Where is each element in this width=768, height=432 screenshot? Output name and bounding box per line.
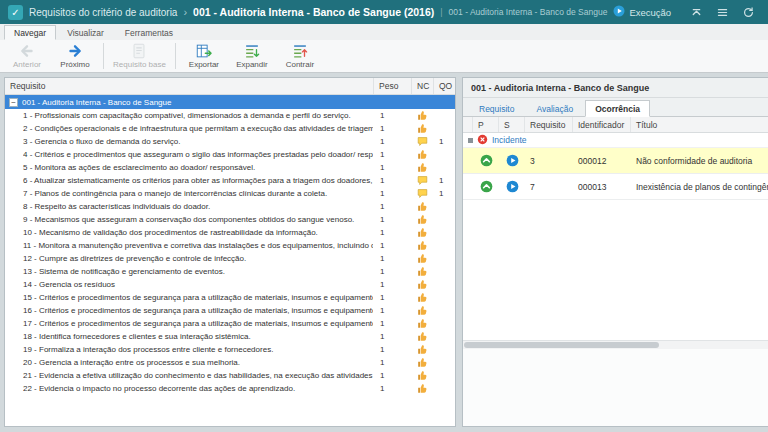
- exportar-button[interactable]: Exportar: [181, 41, 227, 71]
- contrair-button[interactable]: Contrair: [277, 41, 323, 71]
- tree-row[interactable]: 12 - Cumpre as diretrizes de prevenção e…: [5, 252, 455, 265]
- thumbs-up-icon[interactable]: [411, 383, 433, 394]
- thumbs-up-icon[interactable]: [411, 214, 433, 225]
- thumbs-up-icon[interactable]: [411, 305, 433, 316]
- tree-row[interactable]: 20 - Gerencia a interação entre os proce…: [5, 356, 455, 369]
- collapse-expander-icon[interactable]: −: [9, 98, 18, 107]
- comment-icon[interactable]: [411, 136, 433, 147]
- column-header-peso[interactable]: Peso: [373, 78, 411, 94]
- detail-panel: 001 - Auditoria Interna - Banco de Sangu…: [462, 77, 768, 427]
- play-icon[interactable]: [499, 180, 525, 193]
- ribbon-tab-visualizar[interactable]: Visualizar: [57, 25, 114, 40]
- button-label: Expandir: [236, 60, 268, 69]
- comment-icon[interactable]: [411, 188, 433, 199]
- tree-row[interactable]: 17 - Critérios e procedimentos de segura…: [5, 317, 455, 330]
- tree-row[interactable]: 4 - Critérios e procedimentos que assegu…: [5, 148, 455, 161]
- proximo-button[interactable]: Próximo: [52, 41, 98, 71]
- tree-row[interactable]: 1 - Profissionais com capacitação compat…: [5, 109, 455, 122]
- requirement-label: 3 - Gerencia o fluxo de demanda do servi…: [23, 137, 373, 146]
- collapse-header-icon[interactable]: [689, 5, 704, 20]
- tree-row[interactable]: 11 - Monitora a manutenção preventiva e …: [5, 239, 455, 252]
- occurrence-identificador: 000013: [573, 182, 631, 192]
- tree-row[interactable]: 2 - Condições operacionais e de infraest…: [5, 122, 455, 135]
- detail-tab-row: RequisitoAvaliaçãoOcorrência: [463, 98, 768, 117]
- tree-row[interactable]: 10 - Mecanismo de validação dos procedim…: [5, 226, 455, 239]
- tree-row[interactable]: 18 - Identifica fornecedores e clientes …: [5, 330, 455, 343]
- thumbs-up-icon[interactable]: [411, 201, 433, 212]
- status-up-icon[interactable]: [473, 180, 499, 193]
- button-label: Anterior: [13, 60, 41, 69]
- occurrence-row[interactable]: 7000013Inexistência de planos de conting…: [463, 174, 768, 200]
- thumbs-up-icon[interactable]: [411, 318, 433, 329]
- peso-value: 1: [373, 111, 411, 120]
- column-header-requisito[interactable]: Requisito: [525, 117, 573, 132]
- ribbon-tab-ferramentas[interactable]: Ferramentas: [115, 25, 183, 40]
- thumbs-up-icon[interactable]: [411, 240, 433, 251]
- thumbs-up-icon[interactable]: [411, 162, 433, 173]
- thumbs-up-icon[interactable]: [411, 357, 433, 368]
- play-icon[interactable]: [499, 154, 525, 167]
- thumbs-up-icon[interactable]: [411, 331, 433, 342]
- requirement-label: 14 - Gerencia os resíduos: [23, 280, 373, 289]
- thumbs-up-icon[interactable]: [411, 266, 433, 277]
- thumbs-up-icon[interactable]: [411, 344, 433, 355]
- tree-row[interactable]: 19 - Formaliza a interação dos processos…: [5, 343, 455, 356]
- page-title: 001 - Auditoria Interna - Banco de Sangu…: [193, 6, 434, 18]
- tree-row[interactable]: 16 - Critérios e procedimentos de segura…: [5, 304, 455, 317]
- thumbs-up-icon[interactable]: [411, 253, 433, 264]
- tree-root-row[interactable]: − 001 - Auditoria Interna - Banco de San…: [5, 95, 455, 109]
- expandir-button[interactable]: Expandir: [229, 41, 275, 71]
- tree-row[interactable]: 9 - Mecanismos que asseguram a conservaç…: [5, 213, 455, 226]
- peso-value: 1: [373, 371, 411, 380]
- detail-tab-ocorrencia[interactable]: Ocorrência: [585, 100, 650, 117]
- detail-tab-avaliacao[interactable]: Avaliação: [526, 100, 583, 116]
- column-header-p[interactable]: P: [473, 117, 499, 132]
- column-header-qo[interactable]: QO: [433, 78, 455, 94]
- qo-value: 1: [433, 176, 455, 185]
- thumbs-up-icon[interactable]: [411, 149, 433, 160]
- refresh-icon[interactable]: [741, 5, 756, 20]
- requirement-label: 9 - Mecanismos que asseguram a conservaç…: [23, 215, 373, 224]
- peso-value: 1: [373, 306, 411, 315]
- thumbs-up-icon[interactable]: [411, 279, 433, 290]
- tree-row[interactable]: 21 - Evidencia a efetiva utilização do c…: [5, 369, 455, 382]
- arrow-right-icon: [66, 42, 84, 60]
- thumbs-up-icon[interactable]: [411, 292, 433, 303]
- occurrence-titulo: Não conformidade de auditoria: [631, 156, 768, 166]
- execution-mode-selector[interactable]: Execução: [613, 5, 671, 19]
- detail-tab-requisito[interactable]: Requisito: [469, 100, 524, 116]
- column-header-requisito[interactable]: Requisito: [5, 81, 373, 91]
- comment-icon[interactable]: [411, 175, 433, 186]
- horizontal-scrollbar[interactable]: [463, 340, 768, 349]
- column-header-identificador[interactable]: Identificador: [573, 117, 631, 132]
- tree-row[interactable]: 3 - Gerencia o fluxo de demanda do servi…: [5, 135, 455, 148]
- occurrence-group-row[interactable]: Incidente: [463, 133, 768, 148]
- scrollbar-thumb[interactable]: [464, 342, 659, 348]
- toolbar-separator: [103, 43, 104, 69]
- occurrence-row[interactable]: 3000012Não conformidade de auditoria: [463, 148, 768, 174]
- tree-row[interactable]: 7 - Planos de contingência para o manejo…: [5, 187, 455, 200]
- ribbon-tab-navegar[interactable]: Navegar: [4, 25, 56, 40]
- button-label: Exportar: [189, 60, 219, 69]
- tree-row[interactable]: 14 - Gerencia os resíduos1: [5, 278, 455, 291]
- requirement-label: 8 - Respeito às características individu…: [23, 202, 373, 211]
- menu-icon[interactable]: [715, 5, 730, 20]
- column-header-s[interactable]: S: [499, 117, 525, 132]
- tree-row[interactable]: 8 - Respeito às características individu…: [5, 200, 455, 213]
- requisito-base-button: Requisito base: [109, 41, 170, 71]
- thumbs-up-icon[interactable]: [411, 123, 433, 134]
- tree-row[interactable]: 15 - Critérios e procedimentos de segura…: [5, 291, 455, 304]
- thumbs-up-icon[interactable]: [411, 110, 433, 121]
- thumbs-up-icon[interactable]: [411, 370, 433, 381]
- tree-row[interactable]: 22 - Evidencia o impacto no processo dec…: [5, 382, 455, 395]
- thumbs-up-icon[interactable]: [411, 227, 433, 238]
- status-up-icon[interactable]: [473, 154, 499, 167]
- tree-row[interactable]: 5 - Monitora as ações de esclarecimento …: [5, 161, 455, 174]
- group-expander-icon[interactable]: [468, 138, 473, 143]
- column-header-titulo[interactable]: Título: [631, 117, 768, 132]
- column-header-nc[interactable]: NC: [411, 78, 433, 94]
- page-subtitle: 001 - Auditoria Interna - Banco de Sangu…: [449, 7, 608, 17]
- tree-row[interactable]: 13 - Sistema de notificação e gerenciame…: [5, 265, 455, 278]
- tree-row[interactable]: 6 - Atualizar sistematicamente os critér…: [5, 174, 455, 187]
- breadcrumb[interactable]: Requisitos do critério de auditoria: [29, 7, 177, 18]
